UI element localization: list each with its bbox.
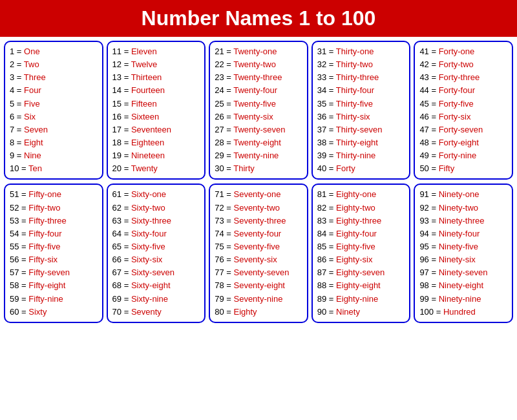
number-name: Eighty-two bbox=[336, 203, 375, 213]
number-name: Thirty-one bbox=[336, 47, 374, 56]
list-item: 2 = Two bbox=[10, 58, 98, 71]
list-item: 72 = Seventy-two bbox=[215, 202, 302, 215]
number: 12 bbox=[112, 59, 121, 69]
number-name: Seventeen bbox=[131, 125, 171, 134]
list-item: 89 = Eighty-nine bbox=[317, 293, 405, 306]
number: 78 bbox=[215, 280, 224, 290]
number: 82 bbox=[317, 203, 326, 213]
number: 79 bbox=[215, 294, 224, 304]
number: 67 bbox=[112, 268, 121, 277]
list-item: 46 = Forty-six bbox=[419, 110, 507, 123]
number-name: Ten bbox=[28, 163, 42, 173]
list-item: 57 = Fifty-seven bbox=[10, 266, 98, 279]
list-item: 34 = Thirty-four bbox=[317, 84, 405, 97]
number: 31 bbox=[317, 47, 326, 56]
number-name: Twenty bbox=[131, 163, 158, 173]
list-item: 55 = Fifty-five bbox=[10, 240, 98, 253]
number: 24 bbox=[215, 85, 224, 95]
list-item: 88 = Eighty-eight bbox=[317, 279, 405, 292]
list-item: 19 = Nineteen bbox=[112, 149, 200, 162]
number-name: Fifty bbox=[439, 163, 455, 173]
number-name: Seventy-one bbox=[233, 189, 280, 199]
list-item: 14 = Fourteen bbox=[112, 84, 200, 97]
number-box-10: 91 = Ninety-one92 = Ninety-two93 = Ninet… bbox=[414, 184, 513, 322]
list-item: 4 = Four bbox=[10, 84, 98, 97]
number: 56 bbox=[10, 255, 19, 264]
list-item: 29 = Twenty-nine bbox=[215, 149, 302, 162]
list-item: 15 = Fifteen bbox=[112, 98, 200, 110]
number-name: Thirty-two bbox=[336, 59, 373, 69]
number-name: Sixty-three bbox=[131, 216, 171, 226]
number-name: Sixty-one bbox=[131, 189, 166, 199]
number: 47 bbox=[419, 125, 428, 134]
number-name: Seventy-six bbox=[233, 255, 277, 264]
number-name: Seventy-nine bbox=[233, 294, 282, 304]
number: 33 bbox=[317, 72, 326, 82]
number: 88 bbox=[317, 280, 326, 290]
number: 63 bbox=[112, 216, 121, 226]
list-item: 41 = Forty-one bbox=[419, 45, 507, 58]
number-name: Forty-one bbox=[439, 47, 475, 56]
list-item: 18 = Eighteen bbox=[112, 136, 200, 149]
number-name: Eighty-six bbox=[336, 255, 372, 264]
number: 21 bbox=[215, 47, 224, 56]
list-item: 73 = Seventy-three bbox=[215, 215, 302, 227]
number: 84 bbox=[317, 229, 326, 238]
number-name: Seventy-seven bbox=[233, 268, 289, 277]
list-item: 33 = Thirty-three bbox=[317, 71, 405, 84]
main-container: 1 = One2 = Two3 = Three4 = Four5 = Five6… bbox=[0, 37, 517, 327]
list-item: 61 = Sixty-one bbox=[112, 188, 200, 201]
number-name: Forty-six bbox=[439, 112, 471, 121]
number-name: Eighty-four bbox=[336, 229, 377, 238]
number-name: Fifty-eight bbox=[28, 280, 65, 290]
number-name: Thirteen bbox=[131, 72, 162, 82]
number-name: Twenty-eight bbox=[233, 138, 281, 147]
list-item: 20 = Twenty bbox=[112, 162, 200, 175]
list-item: 51 = Fifty-one bbox=[10, 188, 98, 201]
row-2: 51 = Fifty-one52 = Fifty-two53 = Fifty-t… bbox=[4, 184, 513, 322]
number-name: Twenty-three bbox=[233, 72, 282, 82]
number-name: Sixty-four bbox=[131, 229, 167, 238]
number-name: Ninety-nine bbox=[439, 294, 481, 304]
number: 58 bbox=[10, 280, 19, 290]
number: 42 bbox=[419, 59, 428, 69]
list-item: 26 = Twenty-six bbox=[215, 110, 302, 123]
number: 80 bbox=[215, 307, 224, 317]
number: 99 bbox=[419, 294, 428, 304]
number-name: Fifty-nine bbox=[28, 294, 63, 304]
number-name: Eighty-seven bbox=[336, 268, 385, 277]
list-item: 62 = Sixty-two bbox=[112, 202, 200, 215]
list-item: 84 = Eighty-four bbox=[317, 227, 405, 240]
list-item: 32 = Thirty-two bbox=[317, 58, 405, 71]
row-1: 1 = One2 = Two3 = Three4 = Four5 = Five6… bbox=[4, 41, 513, 180]
number-name: Fifty-five bbox=[28, 242, 60, 251]
list-item: 87 = Eighty-seven bbox=[317, 266, 405, 279]
number: 27 bbox=[215, 125, 224, 134]
list-item: 37 = Thirty-seven bbox=[317, 123, 405, 136]
number-name: Sixty-eight bbox=[131, 280, 171, 290]
number-box-2: 11 = Eleven12 = Twelve13 = Thirteen14 = … bbox=[107, 41, 206, 180]
list-item: 66 = Sixty-six bbox=[112, 253, 200, 266]
number-name: Eighty-three bbox=[336, 216, 381, 226]
number-box-8: 71 = Seventy-one72 = Seventy-two73 = Sev… bbox=[209, 184, 308, 322]
number: 87 bbox=[317, 268, 326, 277]
list-item: 77 = Seventy-seven bbox=[215, 266, 302, 279]
number-name: Fifty-three bbox=[28, 216, 67, 226]
list-item: 64 = Sixty-four bbox=[112, 227, 200, 240]
number-name: Sixty-five bbox=[131, 242, 165, 251]
list-item: 70 = Seventy bbox=[112, 306, 200, 319]
list-item: 49 = Forty-nine bbox=[419, 149, 507, 162]
number-name: Twenty-one bbox=[233, 47, 277, 56]
list-item: 22 = Twenty-two bbox=[215, 58, 302, 71]
number-name: Seventy-three bbox=[233, 216, 286, 226]
number-name: Eighty-one bbox=[336, 189, 376, 199]
list-item: 92 = Ninety-two bbox=[419, 202, 507, 215]
number: 65 bbox=[112, 242, 121, 251]
list-item: 13 = Thirteen bbox=[112, 71, 200, 84]
number: 93 bbox=[419, 216, 428, 226]
list-item: 42 = Forty-two bbox=[419, 58, 507, 71]
number: 26 bbox=[215, 112, 224, 121]
number-name: Twenty-four bbox=[233, 85, 277, 95]
number-name: Eighteen bbox=[131, 138, 164, 147]
number-name: Eighty bbox=[233, 307, 257, 317]
